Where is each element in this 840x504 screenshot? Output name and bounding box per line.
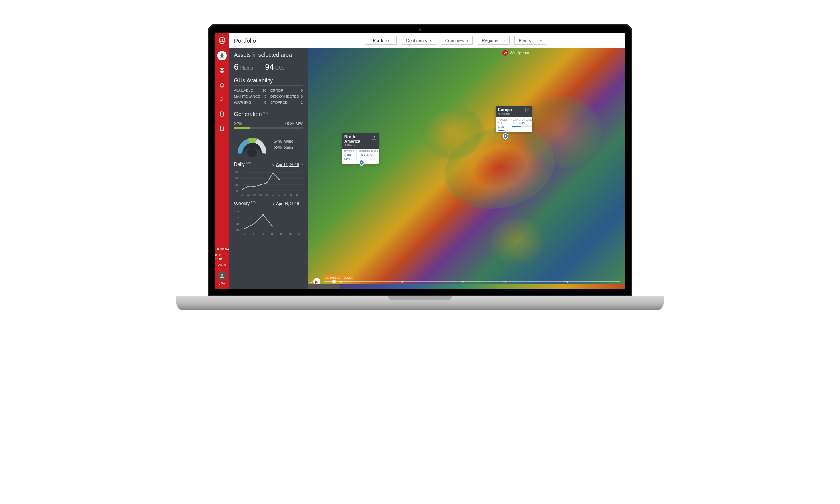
svg-point-47: [244, 228, 245, 229]
windy-attribution: WWindy.com: [502, 50, 529, 56]
svg-rect-8: [222, 71, 224, 73]
svg-text:250: 250: [236, 229, 240, 231]
svg-text:16: 16: [290, 194, 292, 196]
grid-icon[interactable]: [218, 67, 226, 75]
svg-line-11: [223, 100, 224, 102]
generation-pct: 24%: [234, 122, 242, 126]
svg-text:UL: UL: [220, 38, 224, 42]
svg-point-12: [221, 274, 223, 276]
svg-point-26: [266, 182, 268, 184]
svg-text:13: 13: [289, 233, 292, 235]
breadcrumb-countries[interactable]: Countries▾: [441, 36, 473, 45]
daily-prev-icon[interactable]: ‹: [272, 162, 274, 167]
side-panel: Assets in selected area 6 Plants 94 GUs …: [229, 48, 308, 289]
svg-text:0: 0: [236, 189, 238, 192]
callout-subtitle: 4 Plants: [498, 112, 512, 116]
svg-text:60: 60: [235, 171, 238, 174]
generation-total: 48.36 MW: [284, 122, 303, 126]
generation-gauge: [234, 133, 270, 157]
svg-text:12: 12: [278, 194, 280, 196]
svg-text:9: 9: [253, 233, 254, 235]
daily-chart: 6040200 00020406081012141618: [234, 168, 303, 198]
timeline-thumb[interactable]: [332, 280, 336, 283]
gus-label: GUs: [275, 65, 285, 71]
svg-text:02: 02: [247, 194, 249, 196]
bell-icon[interactable]: [218, 81, 226, 89]
svg-text:11: 11: [271, 233, 273, 235]
wind-label: Wind: [284, 139, 294, 144]
svg-text:18: 18: [296, 194, 298, 196]
assets-title: Assets in selected area: [234, 52, 303, 60]
weekly-date[interactable]: Apr 08, 2019: [276, 202, 299, 206]
search-icon[interactable]: [218, 96, 226, 104]
breadcrumb-continents[interactable]: Continents▾: [402, 36, 436, 45]
globe-icon[interactable]: [217, 51, 227, 60]
document-download-icon[interactable]: [218, 110, 226, 118]
page-title: Portfolio: [234, 37, 256, 44]
breadcrumb-plants[interactable]: Plants▾: [514, 36, 546, 45]
expand-icon[interactable]: ↗: [525, 108, 530, 112]
svg-text:08: 08: [265, 194, 268, 196]
generation-unit: MW: [262, 111, 268, 114]
daily-date[interactable]: Apr 11, 2019: [276, 162, 299, 167]
svg-rect-7: [220, 71, 222, 73]
svg-text:12: 12: [280, 233, 282, 235]
timeline-track[interactable]: [324, 281, 620, 282]
generation-bar: [234, 127, 303, 129]
document-upload-icon[interactable]: [218, 124, 226, 132]
chevron-down-icon: ▾: [466, 38, 468, 42]
user-avatar[interactable]: [218, 271, 226, 280]
app-root: UL: [215, 33, 625, 289]
wind-speed-legend: m/s 0 3 5 10 15: [308, 284, 625, 289]
solar-label: Solar: [284, 146, 294, 150]
svg-text:14: 14: [298, 233, 301, 235]
svg-text:06: 06: [259, 194, 262, 196]
plants-count: 6: [234, 62, 238, 71]
avail-row: MAINTENANCE3: [234, 94, 266, 99]
svg-text:20: 20: [235, 183, 238, 186]
callout-europe[interactable]: Europe4 Plants ↗ POWER48.36 MW GENERATOR…: [496, 106, 532, 132]
svg-text:1.00K: 1.00K: [234, 210, 240, 213]
expand-icon[interactable]: ↗: [372, 135, 376, 140]
svg-rect-6: [222, 69, 224, 70]
svg-point-25: [260, 184, 261, 185]
daily-next-icon[interactable]: ›: [302, 162, 303, 167]
svg-text:8: 8: [244, 233, 245, 235]
daily-title: Daily: [234, 162, 245, 167]
svg-point-48: [253, 223, 254, 224]
svg-point-23: [248, 186, 249, 187]
breadcrumb-regions[interactable]: Regions▾: [478, 36, 510, 45]
svg-text:750: 750: [236, 216, 240, 219]
svg-point-13: [247, 148, 257, 157]
svg-point-27: [272, 173, 274, 174]
wind-pct: 24%: [274, 139, 282, 144]
plants-label: Plants: [240, 65, 253, 71]
breadcrumb-portfolio[interactable]: Portfolio: [365, 36, 397, 45]
callout-title: Europe: [498, 108, 512, 112]
svg-text:40: 40: [235, 177, 238, 180]
svg-rect-5: [220, 69, 222, 70]
avail-row: AVAILABLE90: [234, 88, 266, 93]
nav-rail: UL: [215, 33, 229, 289]
clock-time: 10:36:53: [215, 247, 229, 251]
callout-north-america[interactable]: North America1 Plants ↗ POWER0.00 MW GEN…: [342, 133, 379, 164]
svg-text:10: 10: [272, 194, 274, 196]
weekly-unit: MW: [251, 201, 256, 204]
chevron-down-icon: ▾: [540, 38, 542, 42]
map-view[interactable]: WWindy.com North America1 Plants ↗ POWER…: [308, 48, 625, 289]
clock-date-1: Apr 11th: [215, 253, 229, 262]
avail-row: ERROR0: [270, 88, 303, 93]
svg-point-24: [254, 186, 255, 187]
availability-title: GUs Availability: [234, 77, 303, 86]
svg-point-10: [220, 98, 223, 101]
callout-subtitle: 1 Plants: [344, 144, 372, 147]
svg-text:14: 14: [284, 194, 286, 196]
chevron-down-icon: ▾: [503, 38, 505, 42]
avail-row: STOPPED1: [270, 100, 303, 105]
svg-point-49: [262, 214, 264, 215]
weekly-chart: 1.00K750500250 891011121314: [234, 207, 303, 237]
weekly-next-icon[interactable]: ›: [302, 202, 303, 206]
weekly-prev-icon[interactable]: ‹: [272, 202, 274, 206]
chevron-down-icon: ▾: [430, 38, 432, 42]
svg-point-50: [272, 226, 273, 227]
